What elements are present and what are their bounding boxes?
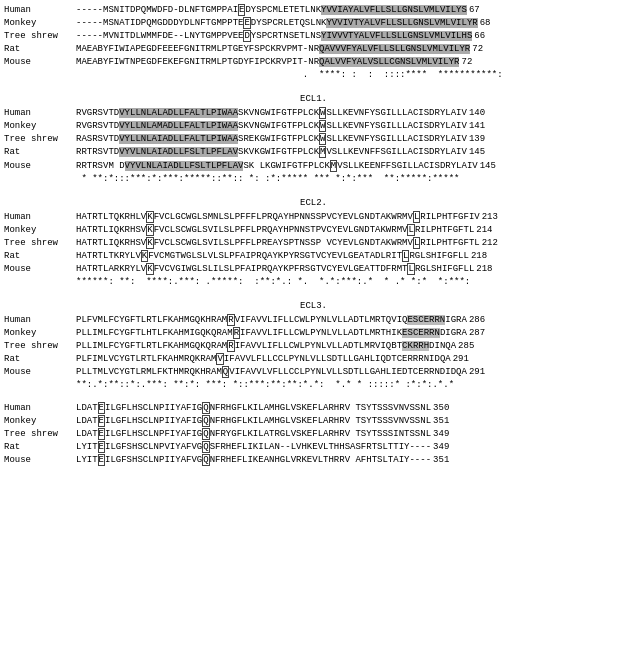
seq-monkey-2: RVGRSVTDVYLLNLAMADLLFALTLPIWAASKVNGWIFGT… — [76, 120, 467, 133]
seq-human-2: RVGRSVTDVYLLNLALADLLFALTLPIWAASKVNGWIFGT… — [76, 107, 467, 120]
conservation-data-4: **:.*:**::*:.***: **:*: ***: *::***:**:*… — [76, 379, 454, 392]
seq-human-3: HATRTLTQKRHLVKFVCLGCWGLSMNLSLPFFFLPRQAYH… — [76, 211, 480, 224]
seq-treeshrew-5: LDATEILGFLHSCLNPFIYAFIGQNFRYGFLKILATRGLV… — [76, 428, 431, 441]
species-mouse-3: Mouse — [4, 263, 76, 276]
seq-mouse-5: LYITEILGFSHSCLNPIIYAFVGQNFRHEFLIKEANHGLV… — [76, 454, 431, 467]
seq-treeshrew-3: HATRTLIQKRHSVKFVCLSCWGLSVILSLPFFLPREAYSP… — [76, 237, 480, 250]
seq-mouse-4: PLLTMLVCYGTLRMLFKTHMRQKHRAMQVIFAVVLVFLLC… — [76, 366, 467, 379]
alignment-container: Human -----MSNITDPQMWDFD-DLNFTGMPPAIEDYS… — [4, 4, 619, 468]
seq-row-rat-3: Rat HATRTLTKRYLVKFVCMGTWGLSLVLSLPFAIPRQA… — [4, 250, 619, 263]
species-human-5: Human — [4, 402, 76, 415]
seq-rat-4: PLFIMLVCYGTLRTLFKAHMRQKRAMVIFAVVLFLLCCLP… — [76, 353, 451, 366]
seq-row-rat-2: Rat RRTRSVTDVYVLNLAIADLLFSLTLPFLAVSKVKGW… — [4, 146, 619, 159]
seqnum-rat-1: 72 — [472, 43, 483, 56]
ecl1-label: ECL1. — [4, 93, 619, 106]
seq-row-human-1: Human -----MSNITDPQMWDFD-DLNFTGMPPAIEDYS… — [4, 4, 619, 17]
seqnum-monkey-5: 351 — [433, 415, 449, 428]
seq-row-mouse-1: Mouse MAEABYFІWTNPEGDFEKEFGNITRMLPTGDYFІ… — [4, 56, 619, 69]
seqnum-mouse-4: 291 — [469, 366, 485, 379]
seqnum-mouse-5: 351 — [433, 454, 449, 467]
seqnum-rat-4: 291 — [453, 353, 469, 366]
species-mouse-5: Mouse — [4, 454, 76, 467]
species-treeshrew-1: Tree shrew — [4, 30, 76, 43]
seq-treeshrew-1: -----MVNITDLWMMFDE--LNYTGMPPVEEDYSPCRTNS… — [76, 30, 472, 43]
conservation-2: * **:*:::***:*:***:*****::**:: *: :*:***… — [4, 173, 619, 186]
species-monkey-2: Monkey — [4, 120, 76, 133]
seq-rat-2: RRTRSVTDVYVLNLAIADLLFSLTLPFLAVSKVKGWIFGT… — [76, 146, 467, 159]
seq-row-rat-5: Rat LYITEILGFSHSCLNPVIYAFVGQSFRHEFLIKILA… — [4, 441, 619, 454]
conservation-3: ******: **: ****:.***: .*****: :**:*.: *… — [4, 276, 619, 289]
species-human-4: Human — [4, 314, 76, 327]
ecl3-label: ECL3. — [4, 300, 619, 313]
species-monkey-3: Monkey — [4, 224, 76, 237]
seq-row-monkey-2: Monkey RVGRSVTDVYLLNLAMADLLFALTLPIWAASKV… — [4, 120, 619, 133]
seq-human-4: PLFVМLFCYGFTLRTLFKAHMGQKHRAMRVIFAVVLIFLL… — [76, 314, 467, 327]
alignment-block-4: Human PLFVМLFCYGFTLRTLFKAHMGQKHRAMRVIFAV… — [4, 314, 619, 392]
seq-row-rat-4: Rat PLFIMLVCYGTLRTLFKAHMRQKRAMVIFAVVLFLL… — [4, 353, 619, 366]
seq-row-monkey-3: Monkey HATRTLIQKRHSVKFVCLSCWGLSVILSLPFFL… — [4, 224, 619, 237]
seqnum-monkey-4: 287 — [469, 327, 485, 340]
seq-monkey-5: LDATEILGFLHSCLNPIIYAFIGQNFRHGFLKILAMHGLV… — [76, 415, 431, 428]
seqnum-human-3: 213 — [482, 211, 498, 224]
seqnum-treeshrew-2: 139 — [469, 133, 485, 146]
seqnum-monkey-2: 141 — [469, 120, 485, 133]
seq-row-mouse-2: Mouse RRTRSVM DVYVLNLAIADLLFSLTLPFLAVSK … — [4, 160, 619, 173]
conservation-4: **:.*:**::*:.***: **:*: ***: *::***:**:*… — [4, 379, 619, 392]
seq-rat-3: HATRTLTKRYLVKFVCMGTWGLSLVLSLPFAIPRQAYKPY… — [76, 250, 469, 263]
species-monkey-1: Monkey — [4, 17, 76, 30]
seq-monkey-4: PLLIMLFCYGFTLHTLFKAHMIGQKQRAMRIFAVVLIFLL… — [76, 327, 467, 340]
species-mouse-2: Mouse — [4, 160, 76, 173]
conservation-data-1: . ****: : : ::::**** ***********: — [76, 69, 503, 82]
species-rat-3: Rat — [4, 250, 76, 263]
seq-mouse-1: MAEABYFІWTNPEGDFEKEFGNITRMLPTGDYFІPCKRVP… — [76, 56, 459, 69]
seq-row-treeshrew-4: Tree shrew PLLIMLFCYGFTLRTLFKAHMGQKQRAMR… — [4, 340, 619, 353]
seqnum-treeshrew-5: 349 — [433, 428, 449, 441]
ecl2-label: ECL2. — [4, 197, 619, 210]
species-rat-4: Rat — [4, 353, 76, 366]
species-treeshrew-3: Tree shrew — [4, 237, 76, 250]
seq-treeshrew-2: RASRSVTDVYLLNLAIADLLFALTLPIWAASRЕKGWIFGT… — [76, 133, 467, 146]
species-rat-5: Rat — [4, 441, 76, 454]
seq-row-mouse-3: Mouse HATRTLARKRYLVKFVCVGIWGLSLILSLPFAIP… — [4, 263, 619, 276]
conservation-data-2: * **:*:::***:*:***:*****::**:: *: :*:***… — [76, 173, 459, 186]
conservation-1: . ****: : : ::::**** ***********: — [4, 69, 619, 82]
seqnum-treeshrew-3: 212 — [482, 237, 498, 250]
seq-row-treeshrew-1: Tree shrew -----MVNITDLWMMFDE--LNYTGMPPV… — [4, 30, 619, 43]
alignment-block-5: Human LDATEILGFLHSCLNPIIYAFIGQNFRHGFLKIL… — [4, 402, 619, 467]
species-mouse-4: Mouse — [4, 366, 76, 379]
seqnum-monkey-3: 214 — [476, 224, 492, 237]
seqnum-human-4: 286 — [469, 314, 485, 327]
species-treeshrew-2: Tree shrew — [4, 133, 76, 146]
seq-mouse-2: RRTRSVM DVYVLNLAIADLLFSLTLPFLAVSK LKGWIF… — [76, 160, 478, 173]
seq-treeshrew-4: PLLIMLFCYGFTLRTLFKAHMGQKQRAMRIFAVVLIFLLC… — [76, 340, 456, 353]
seqnum-mouse-2: 145 — [480, 160, 496, 173]
seq-row-treeshrew-3: Tree shrew HATRTLIQKRHSVKFVCLSCWGLSVILSL… — [4, 237, 619, 250]
species-treeshrew-4: Tree shrew — [4, 340, 76, 353]
seq-human-5: LDATEILGFLHSCLNPIIYAFIGQNFRHGFLKILAMHGLV… — [76, 402, 431, 415]
seq-row-human-3: Human HATRTLTQKRHLVKFVCLGCWGLSMNLSLPFFFL… — [4, 211, 619, 224]
species-monkey-5: Monkey — [4, 415, 76, 428]
alignment-block-1: Human -----MSNITDPQMWDFD-DLNFTGMPPAIEDYS… — [4, 4, 619, 82]
seqnum-rat-2: 145 — [469, 146, 485, 159]
seq-row-treeshrew-5: Tree shrew LDATEILGFLHSCLNPFIYAFIGQNFRYG… — [4, 428, 619, 441]
seqnum-rat-3: 218 — [471, 250, 487, 263]
alignment-block-3: Human HATRTLTQKRHLVKFVCLGCWGLSMNLSLPFFFL… — [4, 211, 619, 289]
alignment-block-2: Human RVGRSVTDVYLLNLALADLLFALTLPIWAASKVN… — [4, 107, 619, 185]
seqnum-human-2: 140 — [469, 107, 485, 120]
seq-rat-5: LYITEILGFSHSCLNPVIYAFVGQSFRHEFLIKILAN--L… — [76, 441, 431, 454]
seq-row-treeshrew-2: Tree shrew RASRSVTDVYLLNLAIADLLFALTLPIWA… — [4, 133, 619, 146]
seq-row-human-5: Human LDATEILGFLHSCLNPIIYAFIGQNFRHGFLKIL… — [4, 402, 619, 415]
species-human-2: Human — [4, 107, 76, 120]
seq-mouse-3: HATRTLARKRYLVKFVCVGIWGLSLILSLPFAIPRQAYKP… — [76, 263, 474, 276]
seqnum-human-5: 350 — [433, 402, 449, 415]
seq-rat-1: MAEABYFІWIAPEGDFEEЕFGNITRMLPTGEYFSPCKRVP… — [76, 43, 470, 56]
seqnum-mouse-1: 72 — [461, 56, 472, 69]
seq-row-rat-1: Rat MAEABYFІWIAPEGDFEEЕFGNITRMLPTGEYFSPC… — [4, 43, 619, 56]
species-rat-2: Rat — [4, 146, 76, 159]
seq-monkey-1: -----MSNATIDPQMGDDDYDLNFTGMPPTEEDYSPCRLЕ… — [76, 17, 478, 30]
species-mouse-1: Mouse — [4, 56, 76, 69]
seq-row-human-4: Human PLFVМLFCYGFTLRTLFKAHMGQKHRAMRVIFAV… — [4, 314, 619, 327]
species-human-3: Human — [4, 211, 76, 224]
seq-row-human-2: Human RVGRSVTDVYLLNLALADLLFALTLPIWAASKVN… — [4, 107, 619, 120]
seqnum-rat-5: 349 — [433, 441, 449, 454]
